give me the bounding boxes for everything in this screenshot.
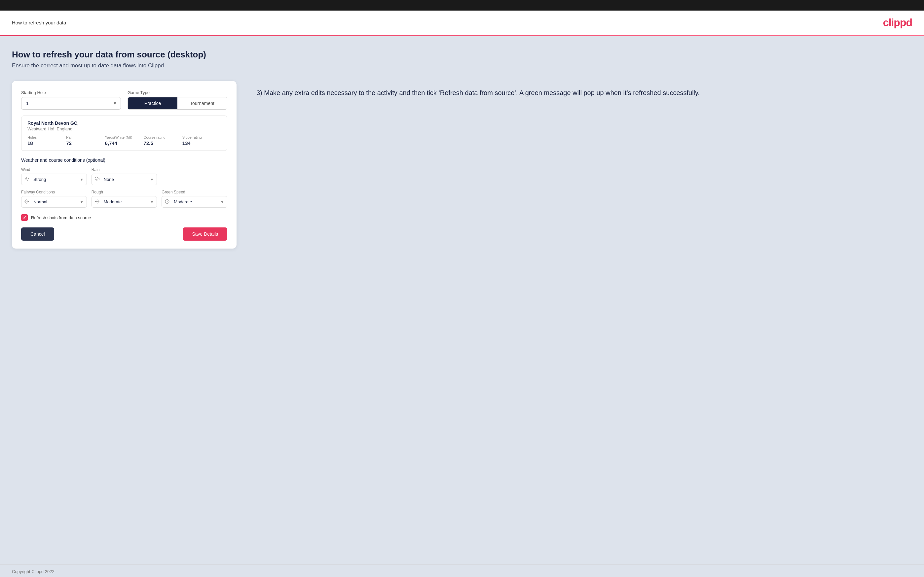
par-label: Par bbox=[66, 135, 105, 139]
game-type-practice-btn[interactable]: Practice bbox=[128, 97, 178, 109]
rough-select[interactable]: Moderate Light Heavy bbox=[92, 196, 157, 208]
wind-group: Wind Strong Light None bbox=[21, 168, 87, 185]
course-rating-label: Course rating bbox=[144, 135, 183, 139]
rain-label: Rain bbox=[92, 168, 157, 172]
fairway-label: Fairway Conditions bbox=[21, 190, 87, 194]
course-location: Westward Ho!, England bbox=[27, 126, 221, 131]
holes-value: 18 bbox=[27, 140, 66, 146]
starting-hole-group: Starting Hole 1 2 10 ▼ bbox=[21, 90, 121, 110]
course-stat-yards: Yards(White (M)) 6,744 bbox=[105, 135, 144, 146]
rough-label: Rough bbox=[92, 190, 157, 194]
starting-hole-select-wrapper[interactable]: 1 2 10 ▼ bbox=[21, 97, 121, 110]
green-speed-group: Green Speed Moderate Fast Slow bbox=[162, 190, 227, 208]
wind-select[interactable]: Strong Light None bbox=[21, 174, 87, 185]
par-value: 72 bbox=[66, 140, 105, 146]
fairway-rough-green-row: Fairway Conditions Normal Soft Firm bbox=[21, 190, 227, 208]
game-type-label: Game Type bbox=[128, 90, 227, 95]
side-instruction-text: 3) Make any extra edits necessary to the… bbox=[256, 87, 912, 98]
starting-hole-select[interactable]: 1 2 10 bbox=[21, 97, 121, 110]
course-stats: Holes 18 Par 72 Yards(White (M)) 6,744 C… bbox=[27, 135, 221, 146]
slope-rating-label: Slope rating bbox=[183, 135, 221, 139]
page-subheading: Ensure the correct and most up to date d… bbox=[12, 62, 912, 69]
header: How to refresh your data clippd bbox=[0, 11, 924, 35]
slope-rating-value: 134 bbox=[183, 140, 221, 146]
top-form-row: Starting Hole 1 2 10 ▼ Game Type Prac bbox=[21, 90, 227, 110]
rain-group: Rain None bbox=[92, 168, 157, 185]
yards-label: Yards(White (M)) bbox=[105, 135, 144, 139]
course-stat-holes: Holes 18 bbox=[27, 135, 66, 146]
form-card: Starting Hole 1 2 10 ▼ Game Type Prac bbox=[12, 81, 236, 248]
button-row: Cancel Save Details bbox=[21, 227, 227, 241]
refresh-checkbox-label: Refresh shots from data source bbox=[31, 215, 91, 220]
green-speed-select-wrapper[interactable]: Moderate Fast Slow ▼ bbox=[162, 196, 227, 208]
course-info-box: Royal North Devon GC, Westward Ho!, Engl… bbox=[21, 116, 227, 151]
wind-select-wrapper[interactable]: Strong Light None ▼ bbox=[21, 174, 87, 185]
course-rating-value: 72.5 bbox=[144, 140, 183, 146]
weather-section-title: Weather and course conditions (optional) bbox=[21, 158, 227, 163]
course-stat-par: Par 72 bbox=[66, 135, 105, 146]
wind-label: Wind bbox=[21, 168, 87, 172]
yards-value: 6,744 bbox=[105, 140, 144, 146]
course-name: Royal North Devon GC, bbox=[27, 121, 221, 126]
main-content: How to refresh your data from source (de… bbox=[0, 36, 924, 564]
game-type-tournament-btn[interactable]: Tournament bbox=[178, 97, 227, 109]
top-bar bbox=[0, 0, 924, 11]
refresh-checkbox[interactable]: ✓ bbox=[21, 214, 28, 221]
side-instruction: 3) Make any extra edits necessary to the… bbox=[256, 81, 912, 98]
fairway-group: Fairway Conditions Normal Soft Firm bbox=[21, 190, 87, 208]
course-stat-slope-rating: Slope rating 134 bbox=[183, 135, 221, 146]
rain-select[interactable]: None Light Heavy bbox=[92, 174, 157, 185]
rough-select-wrapper[interactable]: Moderate Light Heavy ▼ bbox=[92, 196, 157, 208]
course-stat-course-rating: Course rating 72.5 bbox=[144, 135, 183, 146]
conditions-grid: Wind Strong Light None bbox=[21, 168, 227, 208]
game-type-group: Game Type Practice Tournament bbox=[128, 90, 227, 110]
header-title: How to refresh your data bbox=[12, 20, 66, 26]
green-speed-select[interactable]: Moderate Fast Slow bbox=[162, 196, 227, 208]
rain-select-wrapper[interactable]: None Light Heavy ▼ bbox=[92, 174, 157, 185]
footer: Copyright Clippd 2022 bbox=[0, 564, 924, 577]
page-heading: How to refresh your data from source (de… bbox=[12, 50, 912, 60]
refresh-checkbox-row: ✓ Refresh shots from data source bbox=[21, 214, 227, 221]
logo: clippd bbox=[883, 16, 912, 29]
fairway-select[interactable]: Normal Soft Firm bbox=[21, 196, 87, 208]
cancel-button[interactable]: Cancel bbox=[21, 227, 54, 241]
rain-spacer bbox=[162, 168, 227, 185]
game-type-toggle: Practice Tournament bbox=[128, 97, 227, 110]
green-speed-label: Green Speed bbox=[162, 190, 227, 194]
footer-copyright: Copyright Clippd 2022 bbox=[12, 569, 55, 574]
starting-hole-label: Starting Hole bbox=[21, 90, 121, 95]
checkmark-icon: ✓ bbox=[23, 215, 26, 220]
content-layout: Starting Hole 1 2 10 ▼ Game Type Prac bbox=[12, 81, 912, 248]
rough-group: Rough Moderate Light Heavy bbox=[92, 190, 157, 208]
holes-label: Holes bbox=[27, 135, 66, 139]
fairway-select-wrapper[interactable]: Normal Soft Firm ▼ bbox=[21, 196, 87, 208]
wind-rain-row: Wind Strong Light None bbox=[21, 168, 227, 185]
save-button[interactable]: Save Details bbox=[183, 227, 227, 241]
